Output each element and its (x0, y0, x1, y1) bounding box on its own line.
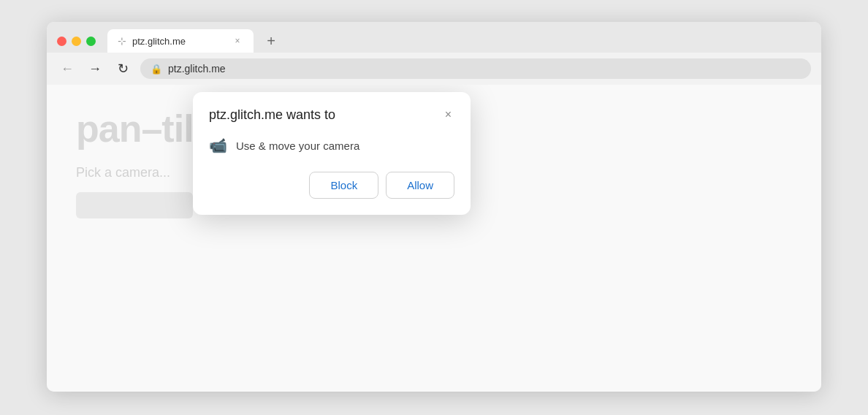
reload-button[interactable]: ↻ (113, 58, 133, 79)
back-button[interactable]: ← (57, 58, 77, 79)
address-bar[interactable]: 🔒 ptz.glitch.me (140, 58, 811, 79)
permission-description: Use & move your camera (236, 140, 359, 152)
dialog-close-button[interactable]: × (442, 107, 454, 123)
camera-icon: 📹 (209, 137, 227, 154)
dialog-header: ptz.glitch.me wants to × (209, 107, 454, 123)
address-text: ptz.glitch.me (168, 63, 226, 75)
page-content: pan–til Pick a camera... ptz.glitch.me w… (47, 85, 821, 392)
navigation-bar: ← → ↻ 🔒 ptz.glitch.me (47, 53, 821, 85)
lock-icon: 🔒 (151, 64, 162, 75)
allow-button[interactable]: Allow (386, 172, 454, 199)
browser-window: ⊹ ptz.glitch.me × + ← → ↻ 🔒 ptz.glitch.m… (47, 22, 821, 392)
tab-drag-icon: ⊹ (118, 35, 126, 47)
forward-button[interactable]: → (85, 58, 105, 79)
minimize-window-button[interactable] (72, 37, 81, 46)
permission-dialog: ptz.glitch.me wants to × 📹 Use & move yo… (193, 92, 471, 215)
dialog-title: ptz.glitch.me wants to (209, 107, 335, 123)
browser-tab[interactable]: ⊹ ptz.glitch.me × (107, 29, 254, 53)
tab-title: ptz.glitch.me (132, 36, 226, 47)
tab-close-button[interactable]: × (232, 35, 243, 47)
permission-row: 📹 Use & move your camera (209, 137, 454, 154)
dialog-overlay: ptz.glitch.me wants to × 📹 Use & move yo… (47, 85, 821, 392)
new-tab-button[interactable]: + (261, 31, 281, 51)
dialog-actions: Block Allow (209, 172, 454, 199)
title-bar: ⊹ ptz.glitch.me × + (47, 22, 821, 53)
maximize-window-button[interactable] (86, 37, 96, 46)
traffic-lights (57, 37, 96, 46)
close-window-button[interactable] (57, 37, 66, 46)
block-button[interactable]: Block (309, 172, 378, 199)
